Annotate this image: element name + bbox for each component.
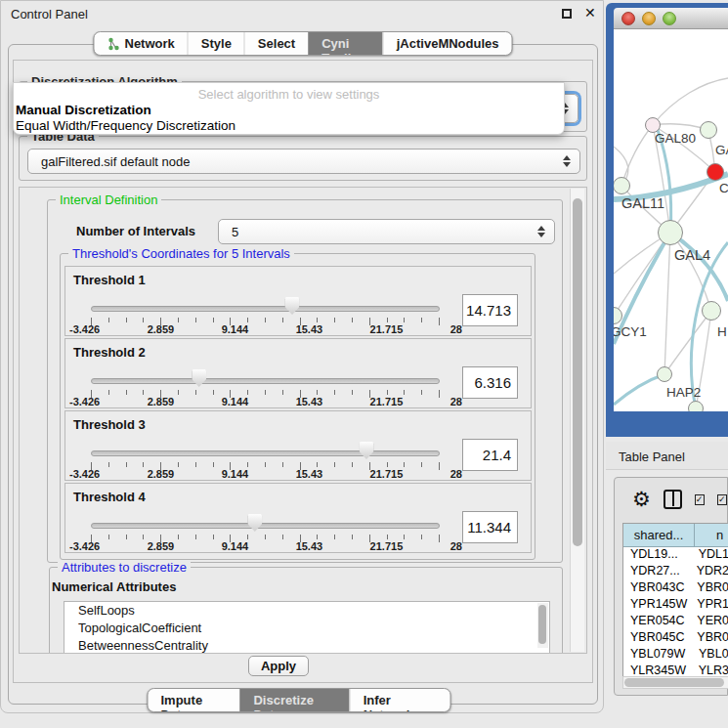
popup-placeholder-item[interactable]: Select algorithm to view settings [14, 87, 564, 102]
interval-definition-title: Interval Definition [56, 193, 161, 207]
threshold-4-value-field[interactable]: 11.344 [462, 511, 518, 543]
table-header-row: shared... n [623, 524, 728, 547]
interval-definition-group: Interval Definition Number of Intervals … [47, 199, 563, 563]
threshold-3-label: Threshold 3 [73, 417, 146, 432]
combo-spinner-icon [563, 155, 579, 167]
tab-discretize-data[interactable]: Discretize Data [239, 689, 349, 711]
node-label-gal11: GAL11 [621, 195, 664, 211]
numerical-attributes-label: Numerical Attributes [52, 579, 176, 594]
tab-jactivemnodules[interactable]: jActiveMNodules [383, 32, 512, 55]
threshold-2-slider-handle[interactable] [192, 369, 206, 387]
network-canvas[interactable]: GAL80 GA C GAL11 GAL4 GCY1 H HAP2 [614, 29, 728, 411]
tab-cyni-toolbox[interactable]: Cyni Toolbox [308, 32, 383, 55]
node-label-gal80: GAL80 [655, 131, 696, 146]
node-label-gcy1: GCY1 [614, 324, 647, 339]
column-layout-icon[interactable] [664, 490, 682, 509]
table-row[interactable]: YBR045CYBR0 [623, 630, 728, 647]
threshold-3-slider-handle[interactable] [360, 442, 374, 459]
threshold-2-label: Threshold 2 [73, 345, 146, 360]
threshold-1-value-field[interactable]: 14.713 [462, 294, 518, 326]
node-hap2[interactable] [657, 366, 672, 382]
apply-button[interactable]: Apply [248, 656, 309, 676]
checkbox-icon[interactable]: ✓ [695, 494, 705, 505]
mac-zoom-icon[interactable] [663, 12, 676, 25]
number-of-intervals-value: 5 [219, 225, 238, 239]
combo-spinner-icon [537, 226, 554, 237]
slider-tick-labels: -3.4262.8599.14415.4321.71528 [69, 396, 462, 407]
network-window-titlebar[interactable] [614, 8, 728, 29]
popup-item-equal-width[interactable]: Equal Width/Frequency Discretization [16, 118, 236, 133]
control-panel-window: Control Panel ✕ Network Style Select Cyn… [0, 0, 604, 713]
tab-impute-data[interactable]: Impute Data [149, 689, 240, 711]
popup-item-manual-discretization[interactable]: Manual Discretization [16, 103, 151, 117]
numerical-attributes-list: SelfLoops TopologicalCoefficient Between… [64, 601, 550, 654]
close-icon[interactable]: ✕ [584, 5, 596, 21]
tab-network-label: Network [124, 36, 174, 51]
table-data-combobox[interactable]: galFiltered.sif default node [27, 149, 580, 174]
settings-vertical-scrollbar[interactable] [570, 189, 584, 652]
tab-select[interactable]: Select [244, 32, 308, 55]
settings-scroll-area: Interval Definition Number of Intervals … [19, 187, 587, 654]
list-item-selfloops[interactable]: SelfLoops [64, 602, 549, 620]
attributes-group-title: Attributes to discretize [58, 560, 191, 575]
table-panel-toolbar: ⚙ ✓ ✓ [615, 478, 727, 521]
node-red[interactable] [707, 163, 724, 181]
table-data-value: galFiltered.sif default node [28, 154, 190, 169]
node-attribute-table: shared... n YDL19...YDL1 YDR27...YDR2 YB… [622, 523, 728, 677]
tab-network[interactable]: Network [94, 32, 187, 55]
table-scrollbar-thumb[interactable] [624, 678, 724, 687]
column-header-name[interactable]: n [695, 524, 728, 546]
threshold-1-slider-track[interactable] [91, 306, 440, 312]
threshold-2-slider-track[interactable] [91, 378, 440, 384]
settings-scrollbar-thumb[interactable] [573, 198, 582, 546]
mac-close-icon[interactable] [621, 12, 635, 25]
table-row[interactable]: YDL19...YDL1 [623, 547, 728, 564]
table-row[interactable]: YPR145WYPR1 [623, 597, 728, 614]
threshold-3-slider-track[interactable] [91, 450, 440, 456]
thresholds-group-title: Threshold's Coordinates for 5 Intervals [68, 246, 294, 261]
network-icon [107, 37, 119, 51]
slider-tick-labels: -3.4262.8599.14415.4321.71528 [69, 540, 462, 552]
table-panel-title: Table Panel [619, 450, 685, 464]
number-of-intervals-combobox[interactable]: 5 [218, 219, 555, 244]
list-item-topologicalcoefficient[interactable]: TopologicalCoefficient [64, 620, 549, 637]
threshold-4-panel: Threshold 4 -3.4262.8599.14415.4321.7152… [64, 483, 532, 553]
screen: Control Panel ✕ Network Style Select Cyn… [0, 0, 728, 728]
tab-style[interactable]: Style [188, 32, 244, 55]
table-row[interactable]: YDR27...YDR2 [623, 564, 728, 580]
node-partial-bottom[interactable] [688, 401, 704, 411]
control-panel-titlebar[interactable]: Control Panel ✕ [1, 1, 603, 26]
threshold-2-value-field[interactable]: 6.316 [462, 366, 518, 399]
thresholds-group: Threshold's Coordinates for 5 Intervals … [60, 253, 535, 560]
threshold-4-slider-track[interactable] [91, 523, 440, 529]
network-view-window: GAL80 GA C GAL11 GAL4 GCY1 H HAP2 [606, 3, 728, 437]
list-item-betweennesscentrality[interactable]: BetweennessCentrality [64, 637, 549, 654]
threshold-2-panel: Threshold 2 -3.4262.8599.14415.4321.7152… [64, 338, 532, 408]
float-window-icon[interactable] [562, 9, 572, 19]
threshold-1-slider-handle[interactable] [284, 297, 299, 315]
column-header-shared-name[interactable]: shared... [623, 524, 695, 546]
algorithm-dropdown-popup: Select algorithm to view settings Manual… [13, 82, 565, 135]
table-horizontal-scrollbar[interactable] [622, 676, 728, 689]
bottom-tab-bar: Impute Data Discretize Data Infer Networ… [148, 688, 451, 712]
threshold-3-value-field[interactable]: 21.4 [462, 439, 518, 471]
table-row[interactable]: YLR345WYLR3 [623, 664, 728, 677]
checkbox-icon[interactable]: ✓ [717, 494, 727, 505]
top-tab-bar: Network Style Select Cyni Toolbox jActiv… [93, 31, 512, 56]
node-partial-right[interactable] [702, 301, 721, 321]
attributes-list-scrollbar[interactable] [537, 603, 548, 648]
node-gal4[interactable] [658, 220, 683, 245]
node-partial-top[interactable] [700, 121, 717, 139]
threshold-4-label: Threshold 4 [73, 490, 146, 504]
node-label-hap2: HAP2 [666, 385, 701, 400]
table-row[interactable]: YBR043CYBR0 [623, 580, 728, 597]
table-row[interactable]: YER054CYER0 [623, 614, 728, 630]
tab-infer-network[interactable]: Infer Network [350, 689, 450, 711]
table-panel-titlebar[interactable]: Table Panel [606, 442, 728, 470]
table-row[interactable]: YBL079WYBL0 [623, 647, 728, 664]
threshold-4-slider-handle[interactable] [247, 514, 262, 532]
node-label-partial-mid: C [719, 181, 728, 195]
gear-icon[interactable]: ⚙ [632, 488, 651, 511]
control-panel-title: Control Panel [11, 7, 88, 21]
mac-minimize-icon[interactable] [642, 12, 656, 25]
